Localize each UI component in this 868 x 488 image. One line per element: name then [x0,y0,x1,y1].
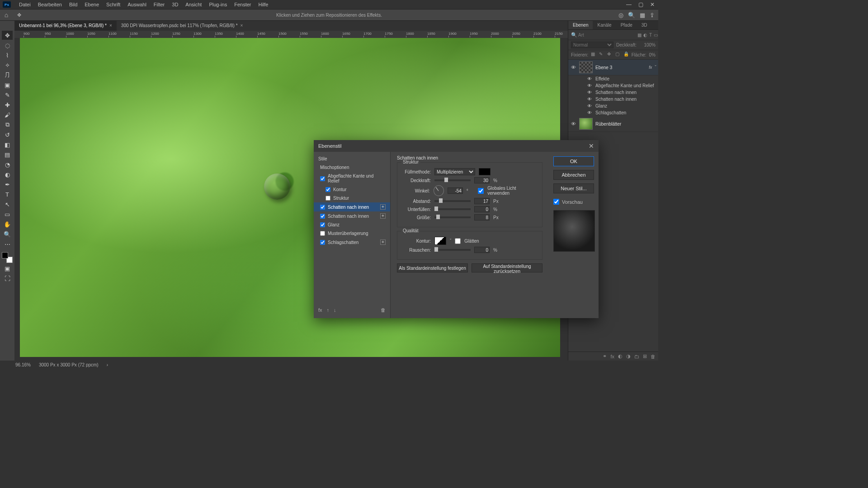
filter-shape-icon[interactable]: ▭ [654,32,658,38]
btn-reset-default[interactable]: Auf Standardeinstellung zurücksetzen [472,263,542,272]
move-down-icon[interactable]: ↓ [334,307,336,313]
fx-menu-icon[interactable]: fx [318,307,322,313]
workspace-icon[interactable]: ▦ [640,12,645,19]
fx-badge[interactable]: fx [649,65,652,70]
doc-tab-1[interactable]: Unbenannt-1 bei 96,3% (Ebene 3, RGB/8) *… [14,21,117,31]
status-zoom[interactable]: 96.16% [15,362,31,367]
path-tool-icon[interactable]: ↖ [2,200,13,209]
row-bevel[interactable]: Abgeflachte Kante und Relief [314,172,390,185]
effect-innershadow-2[interactable]: 👁Schatten nach innen [568,96,658,103]
frame-tool-icon[interactable]: ▣ [2,80,13,89]
checkbox-muster[interactable] [320,231,325,236]
layer-thumb[interactable] [579,61,593,73]
fx-icon[interactable]: fx [610,354,614,359]
angle-dial[interactable] [434,185,444,196]
filter-type-icon[interactable]: T [649,32,652,38]
effects-header[interactable]: 👁 Effekte [568,75,658,82]
menu-fenster[interactable]: Fenster [231,0,255,9]
brush-tool-icon[interactable]: 🖌 [2,110,13,119]
effect-bevel[interactable]: 👁Abgeflachte Kante und Relief [568,82,658,89]
input-unterfuellen[interactable] [474,206,490,212]
trash-icon[interactable]: 🗑 [381,307,386,313]
marquee-tool-icon[interactable]: ◌ [2,41,13,50]
input-deckkraft[interactable] [474,177,490,183]
gradient-tool-icon[interactable]: ▤ [2,150,13,159]
dodge-tool-icon[interactable]: ◐ [2,170,13,179]
trash-icon[interactable]: 🗑 [651,354,656,359]
move-tool-icon[interactable]: ✥ [2,31,13,40]
row-innershadow-1[interactable]: Schatten nach innen+ [314,202,390,211]
share-icon[interactable]: ⇪ [650,12,655,19]
new-layer-icon[interactable]: ⊞ [643,353,647,359]
input-groesse[interactable] [474,214,490,221]
visibility-icon[interactable]: 👁 [570,121,576,127]
effect-dropshadow[interactable]: 👁Schlagschatten [568,109,658,116]
new-style-button[interactable]: Neuer Stil... [553,183,594,193]
menu-bearbeiten[interactable]: Bearbeiten [34,0,66,9]
menu-ansicht[interactable]: Ansicht [182,0,205,9]
checkbox-struktur[interactable] [326,196,330,201]
visibility-icon[interactable]: 👁 [586,83,593,88]
effect-glanz[interactable]: 👁Glanz [568,103,658,109]
heal-tool-icon[interactable]: ✚ [2,100,13,109]
shape-tool-icon[interactable]: ▭ [2,210,13,219]
menu-datei[interactable]: Datei [15,0,34,9]
close-icon[interactable]: ✕ [589,142,594,150]
ok-button[interactable]: OK [553,156,594,166]
menu-ebene[interactable]: Ebene [81,0,103,9]
row-kontur[interactable]: Kontur [314,185,390,194]
more-tools-icon[interactable]: ⋯ [2,239,13,249]
menu-auswahl[interactable]: Auswahl [124,0,150,9]
tab-kanaele[interactable]: Kanäle [593,21,616,29]
eraser-tool-icon[interactable]: ◧ [2,140,13,149]
window-close-icon[interactable]: ✕ [646,0,658,9]
search-icon[interactable]: 🔍 [571,32,576,38]
lasso-tool-icon[interactable]: ⌇ [2,51,13,60]
zoom-tool-icon[interactable]: 🔍 [2,230,13,239]
checkbox-glaetten[interactable] [455,238,461,244]
effect-innershadow-1[interactable]: 👁Schatten nach innen [568,89,658,96]
home-icon[interactable]: ⌂ [0,11,13,19]
window-minimize-icon[interactable]: — [623,0,635,9]
checkbox-inner1[interactable] [320,205,325,210]
dialog-titlebar[interactable]: Ebenenstil ✕ [314,140,599,152]
add-effect-icon[interactable]: + [380,204,386,210]
checkbox-inner2[interactable] [320,214,325,219]
lock-pixels-icon[interactable]: ▦ [591,52,596,58]
blur-tool-icon[interactable]: ◔ [2,160,13,169]
group-icon[interactable]: 🗀 [634,354,639,359]
checkbox-vorschau[interactable] [553,199,559,205]
menu-schrift[interactable]: Schrift [103,0,124,9]
layer-thumb[interactable] [579,118,593,130]
checkbox-global-light[interactable] [478,188,484,194]
fill-value[interactable]: 0% [649,52,656,57]
lock-brush-icon[interactable]: ✎ [599,52,604,58]
filter-adjust-icon[interactable]: ◐ [643,32,647,38]
status-docinfo[interactable]: 3000 Px x 3000 Px (72 ppcm) [39,362,99,367]
tab-ebenen[interactable]: Ebenen [568,21,593,29]
chevron-down-icon[interactable]: ˇ [655,65,656,70]
move-tool-icon[interactable]: ✥ [13,12,25,18]
cancel-button[interactable]: Abbrechen [553,170,594,180]
input-abstand[interactable] [474,198,490,204]
close-icon[interactable]: × [109,21,112,31]
close-icon[interactable]: × [241,21,243,31]
cloud-icon[interactable]: ◎ [618,12,623,19]
opacity-value[interactable]: 100% [639,42,656,47]
checkbox-bevel[interactable] [320,176,325,181]
type-tool-icon[interactable]: T [2,190,13,199]
tab-3d[interactable]: 3D [637,21,652,29]
slider-rauschen[interactable] [434,249,471,251]
layer-filter-input[interactable] [578,33,636,38]
menu-filter[interactable]: Filter [150,0,168,9]
btn-set-default[interactable]: Als Standardeinstellung festlegen [397,263,468,272]
adjustment-icon[interactable]: ◑ [626,353,631,359]
filter-pixel-icon[interactable]: ▦ [637,32,642,38]
layer-name[interactable]: Ebene 3 [595,65,646,70]
row-schlagschatten[interactable]: Schlagschatten+ [314,238,390,247]
input-winkel[interactable] [448,188,463,194]
add-effect-icon[interactable]: + [380,213,386,219]
chevron-down-icon[interactable]: ˇ [450,239,451,244]
add-effect-icon[interactable]: + [380,239,386,245]
row-innershadow-2[interactable]: Schatten nach innen+ [314,211,390,221]
